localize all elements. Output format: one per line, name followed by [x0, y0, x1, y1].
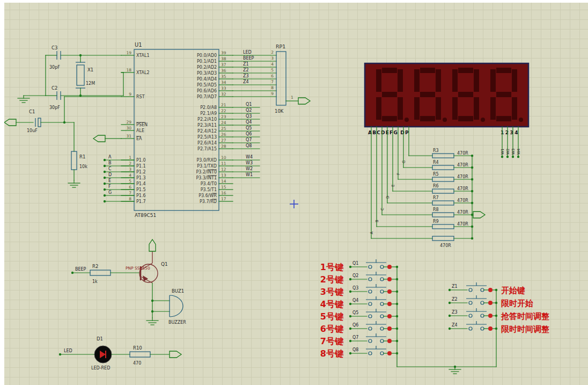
- net-label: Q4: [246, 120, 252, 125]
- pin-number: 33: [221, 86, 226, 91]
- u1-chip[interactable]: U1AT89C5119XTAL118XTAL29RST29PSEN30ALE31…: [121, 42, 233, 218]
- schematic-canvas[interactable]: U1AT89C5119XTAL118XTAL29RST29PSEN30ALE31…: [0, 0, 588, 385]
- pin-number: 31: [126, 134, 131, 139]
- segment-net-letter: E: [391, 185, 395, 187]
- resistor-body[interactable]: [71, 151, 77, 170]
- ground-symbol: [449, 367, 461, 374]
- resistor-bank-470[interactable]: R3470RR4470RR5470RR6470RR7470RR8470RR947…: [432, 148, 485, 248]
- state-indicator-dot[interactable]: [387, 265, 392, 269]
- key-label[interactable]: 7号键: [320, 336, 344, 346]
- resistor-body[interactable]: [90, 270, 111, 275]
- key-net-label: Q5: [352, 310, 358, 315]
- key-label[interactable]: 8号键: [320, 348, 344, 359]
- state-indicator-dot[interactable]: [387, 302, 392, 306]
- key-label[interactable]: 2号键: [320, 274, 344, 285]
- resistor-body[interactable]: [432, 165, 454, 170]
- function-key-label[interactable]: 抢答时间调整: [501, 311, 549, 321]
- pin-number: 7: [129, 191, 131, 195]
- resistor-body[interactable]: [432, 213, 454, 217]
- pin-number: 2: [129, 161, 131, 166]
- terminal-arrow[interactable]: [93, 135, 105, 142]
- resistor-body[interactable]: [432, 189, 454, 193]
- state-indicator-dot[interactable]: [387, 326, 392, 331]
- push-button-key-3[interactable]: [366, 284, 386, 293]
- state-indicator-dot[interactable]: [387, 351, 392, 355]
- resistor-ref: R6: [433, 184, 439, 188]
- function-keys[interactable]: Z1开始键Z2限时开始Z3抢答时间调整Z4限时时间调整: [449, 282, 549, 367]
- resistor-value: 470R: [457, 222, 468, 227]
- pin-number: 13: [221, 173, 226, 178]
- power-terminal-arrow[interactable]: [149, 239, 156, 251]
- terminal-arrow[interactable]: [473, 212, 485, 218]
- push-button-z2[interactable]: [466, 295, 487, 304]
- pin-number: 36: [221, 68, 226, 73]
- terminal-arrow[interactable]: [4, 119, 16, 126]
- rp1-pin-number: 5: [271, 68, 274, 72]
- push-button-z1[interactable]: [466, 282, 487, 292]
- button-terminal: [369, 339, 372, 343]
- function-key-label[interactable]: 限时时间调整: [501, 324, 549, 334]
- number-keys[interactable]: 1号键Q12号键Q23号键Q34号键Q45号键Q56号键Q67号键Q78号键Q8: [320, 259, 496, 374]
- resistor-body[interactable]: [432, 224, 454, 229]
- terminal-arrow[interactable]: [298, 98, 310, 104]
- resistor-body[interactable]: [432, 177, 454, 181]
- push-button-key-2[interactable]: [366, 272, 386, 281]
- state-indicator-dot[interactable]: [387, 314, 392, 318]
- canvas-left-margin: [0, 0, 4, 385]
- state-indicator-dot[interactable]: [488, 314, 493, 318]
- terminal-arrow[interactable]: [170, 351, 181, 358]
- push-button-key-7[interactable]: [366, 333, 386, 343]
- pin-number: 32: [221, 92, 226, 97]
- buzzer-body[interactable]: [170, 295, 183, 317]
- pin-number: 22: [221, 108, 226, 113]
- state-indicator-dot[interactable]: [387, 277, 392, 281]
- resistor-body[interactable]: [432, 154, 454, 158]
- state-indicator-dot[interactable]: [387, 339, 392, 343]
- function-key-label[interactable]: 限时开始: [501, 299, 533, 308]
- led-ref: D1: [97, 336, 103, 342]
- u1-ref: U1: [135, 42, 142, 48]
- net-label: W4: [246, 155, 253, 159]
- resistor-body[interactable]: [432, 201, 454, 205]
- resistor-body[interactable]: [432, 236, 454, 241]
- key-label[interactable]: 4号键: [320, 299, 344, 309]
- key-label[interactable]: 3号键: [320, 287, 344, 297]
- push-button-key-4[interactable]: [366, 296, 386, 306]
- net-label: Z2: [243, 68, 249, 72]
- push-button-z3[interactable]: [466, 308, 487, 317]
- rp1-body[interactable]: [276, 52, 286, 105]
- pin-name: P3.6/WR: [199, 193, 217, 198]
- pin-name: XTAL1: [136, 53, 150, 58]
- push-button-key-8[interactable]: [366, 346, 386, 355]
- key-label[interactable]: 5号键: [320, 311, 344, 322]
- resistor-ref: R10: [133, 345, 142, 351]
- state-indicator-dot[interactable]: [488, 288, 493, 292]
- pin-name: ALE: [136, 128, 144, 133]
- net-label: C: [108, 166, 112, 171]
- resistor-body[interactable]: [130, 352, 150, 357]
- cap-c1-plate[interactable]: [38, 118, 41, 127]
- seven-segment-display[interactable]: ABCDEFG DP1234: [365, 63, 528, 135]
- buzzer-circuit[interactable]: BEEPR21kQ1PNP SS8550BUZ1BUZZER: [71, 239, 186, 325]
- state-indicator-dot[interactable]: [387, 289, 392, 294]
- function-key-label[interactable]: 开始键: [501, 286, 525, 295]
- resistor-pack-rp1[interactable]: RP110K1: [275, 43, 310, 114]
- pin-name: P2.2/A10: [197, 117, 217, 122]
- crystal-body[interactable]: [77, 65, 84, 85]
- push-button-key-6[interactable]: [366, 321, 386, 330]
- key-label[interactable]: 6号键: [320, 324, 344, 334]
- net-label: BEEP: [75, 267, 86, 272]
- button-terminal: [369, 352, 372, 355]
- push-button-z4[interactable]: [466, 321, 487, 330]
- key-label[interactable]: 1号键: [320, 262, 344, 272]
- state-indicator-dot[interactable]: [488, 326, 493, 331]
- led-circuit[interactable]: LEDD1LED-REDR10470: [59, 336, 181, 371]
- crystal-circuit[interactable]: C330pFC230pFX112M: [18, 45, 123, 110]
- state-indicator-dot[interactable]: [488, 301, 493, 305]
- push-button-key-1[interactable]: [366, 259, 386, 268]
- pin-number: 34: [221, 80, 226, 85]
- push-button-key-5[interactable]: [366, 309, 386, 318]
- crystal-ref: X1: [87, 67, 93, 72]
- button-terminal: [380, 327, 384, 330]
- rp1-pin-number: 2: [271, 50, 274, 55]
